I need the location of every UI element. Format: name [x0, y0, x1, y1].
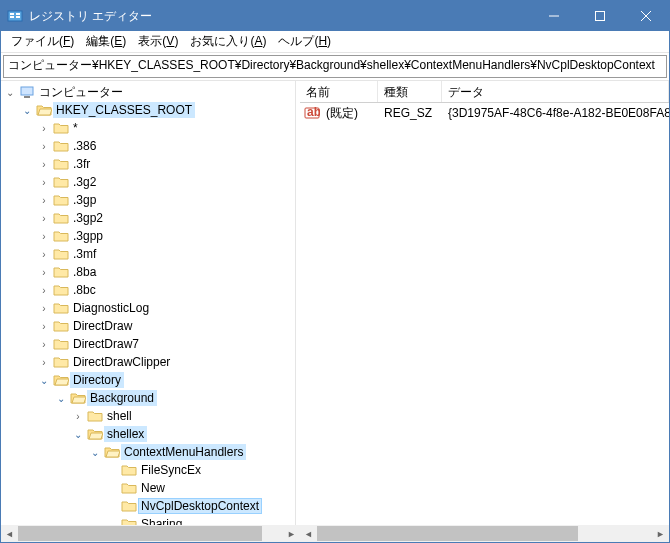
folder-icon — [53, 283, 69, 297]
scroll-right-icon[interactable]: ► — [652, 525, 669, 542]
menu-help[interactable]: ヘルプ(H) — [272, 31, 337, 52]
chevron-right-icon[interactable]: › — [37, 319, 51, 333]
tree-key[interactable]: ›.3gpp — [37, 227, 295, 245]
chevron-right-icon[interactable]: › — [37, 283, 51, 297]
svg-rect-6 — [596, 12, 605, 21]
minimize-button[interactable] — [531, 1, 577, 31]
svg-rect-9 — [21, 87, 33, 95]
chevron-down-icon[interactable]: ⌄ — [71, 427, 85, 441]
maximize-button[interactable] — [577, 1, 623, 31]
list-hscroll[interactable]: ◄ ► — [300, 525, 669, 542]
tree-key[interactable]: ›.3gp — [37, 191, 295, 209]
tree-label: .3gpp — [71, 229, 105, 243]
chevron-right-icon[interactable]: › — [37, 175, 51, 189]
chevron-down-icon[interactable]: ⌄ — [3, 85, 17, 99]
tree-key[interactable]: ›.8ba — [37, 263, 295, 281]
tree-key[interactable]: ›.386 — [37, 137, 295, 155]
chevron-down-icon[interactable]: ⌄ — [88, 445, 102, 459]
folder-icon — [53, 355, 69, 369]
tree-label: * — [71, 121, 80, 135]
tree-pane[interactable]: ⌄コンピューター⌄HKEY_CLASSES_ROOT›*›.386›.3fr›.… — [1, 81, 296, 542]
tree-key[interactable]: ›.3mf — [37, 245, 295, 263]
folder-icon — [87, 427, 103, 441]
folder-icon — [36, 103, 52, 117]
chevron-down-icon[interactable]: ⌄ — [20, 103, 34, 117]
tree-label: ContextMenuHandlers — [122, 445, 245, 459]
tree-key[interactable]: ›.3gp2 — [37, 209, 295, 227]
address-bar[interactable]: コンピューター¥HKEY_CLASSES_ROOT¥Directory¥Back… — [3, 55, 667, 78]
scroll-right-icon[interactable]: ► — [283, 525, 300, 542]
chevron-down-icon[interactable]: ⌄ — [54, 391, 68, 405]
tree-label: shellex — [105, 427, 146, 441]
close-button[interactable] — [623, 1, 669, 31]
folder-icon — [53, 121, 69, 135]
tree-label: .8bc — [71, 283, 98, 297]
tree-label: .386 — [71, 139, 98, 153]
tree-key[interactable]: ›DiagnosticLog — [37, 299, 295, 317]
menu-edit[interactable]: 編集(E) — [80, 31, 132, 52]
tree-key[interactable]: ›DirectDraw — [37, 317, 295, 335]
string-value-icon: ab — [304, 105, 320, 121]
chevron-right-icon[interactable]: › — [37, 265, 51, 279]
menu-view[interactable]: 表示(V) — [132, 31, 184, 52]
tree-shellex[interactable]: ⌄shellex — [71, 425, 295, 443]
scroll-left-icon[interactable]: ◄ — [1, 525, 18, 542]
chevron-right-icon[interactable]: › — [37, 211, 51, 225]
chevron-right-icon[interactable]: › — [37, 139, 51, 153]
tree-key[interactable]: FileSyncEx — [105, 461, 295, 479]
tree-background[interactable]: ⌄Background — [54, 389, 295, 407]
tree-label: New — [139, 481, 167, 495]
folder-icon — [53, 373, 69, 387]
tree-key[interactable]: NvCplDesktopContext — [105, 497, 295, 515]
tree-key[interactable]: New — [105, 479, 295, 497]
chevron-right-icon[interactable]: › — [71, 409, 85, 423]
tree-key[interactable]: ›* — [37, 119, 295, 137]
tree-label: DirectDrawClipper — [71, 355, 172, 369]
list-header[interactable]: 名前 種類 データ — [300, 81, 669, 103]
titlebar[interactable]: レジストリ エディター — [1, 1, 669, 31]
chevron-right-icon[interactable]: › — [37, 193, 51, 207]
folder-icon — [53, 247, 69, 261]
content-panes: ⌄コンピューター⌄HKEY_CLASSES_ROOT›*›.386›.3fr›.… — [1, 80, 669, 542]
tree-key[interactable]: ›.3g2 — [37, 173, 295, 191]
tree-key[interactable]: ›DirectDraw7 — [37, 335, 295, 353]
tree-key[interactable]: ›DirectDrawClipper — [37, 353, 295, 371]
chevron-right-icon[interactable]: › — [37, 301, 51, 315]
chevron-right-icon[interactable]: › — [37, 355, 51, 369]
tree-key[interactable]: ›.8bc — [37, 281, 295, 299]
col-type[interactable]: 種類 — [378, 81, 442, 102]
tree-label: DirectDraw — [71, 319, 134, 333]
menu-favorites[interactable]: お気に入り(A) — [184, 31, 272, 52]
list-row[interactable]: ab(既定)REG_SZ{3D1975AF-48C6-4f8e-A182-BE0… — [300, 103, 669, 123]
chevron-right-icon[interactable]: › — [37, 337, 51, 351]
tree-label: コンピューター — [37, 84, 125, 101]
scroll-track[interactable] — [18, 525, 283, 542]
tree-label: FileSyncEx — [139, 463, 203, 477]
folder-icon — [53, 139, 69, 153]
scroll-left-icon[interactable]: ◄ — [300, 525, 317, 542]
folder-icon — [53, 193, 69, 207]
tree-key[interactable]: ›.3fr — [37, 155, 295, 173]
chevron-right-icon[interactable]: › — [37, 121, 51, 135]
tree-label: .3gp — [71, 193, 98, 207]
chevron-right-icon[interactable]: › — [37, 157, 51, 171]
cell-type: REG_SZ — [378, 106, 442, 120]
list-body[interactable]: ab(既定)REG_SZ{3D1975AF-48C6-4f8e-A182-BE0… — [300, 103, 669, 525]
col-data[interactable]: データ — [442, 81, 669, 102]
tree-contextmenuhandlers[interactable]: ⌄ContextMenuHandlers — [88, 443, 295, 461]
tree-label: DirectDraw7 — [71, 337, 141, 351]
tree-directory[interactable]: ⌄Directory — [37, 371, 295, 389]
folder-icon — [53, 157, 69, 171]
tree-key[interactable]: ›shell — [71, 407, 295, 425]
scroll-track[interactable] — [317, 525, 652, 542]
svg-rect-1 — [10, 13, 14, 15]
col-name[interactable]: 名前 — [300, 81, 378, 102]
tree-computer[interactable]: ⌄コンピューター — [3, 83, 295, 101]
chevron-right-icon[interactable]: › — [37, 247, 51, 261]
tree-hscroll[interactable]: ◄ ► — [1, 525, 300, 542]
tree-hkcr[interactable]: ⌄HKEY_CLASSES_ROOT — [20, 101, 295, 119]
registry-editor-window: レジストリ エディター ファイル(F) 編集(E) 表示(V) お気に入り(A)… — [0, 0, 670, 543]
chevron-down-icon[interactable]: ⌄ — [37, 373, 51, 387]
chevron-right-icon[interactable]: › — [37, 229, 51, 243]
menu-file[interactable]: ファイル(F) — [5, 31, 80, 52]
